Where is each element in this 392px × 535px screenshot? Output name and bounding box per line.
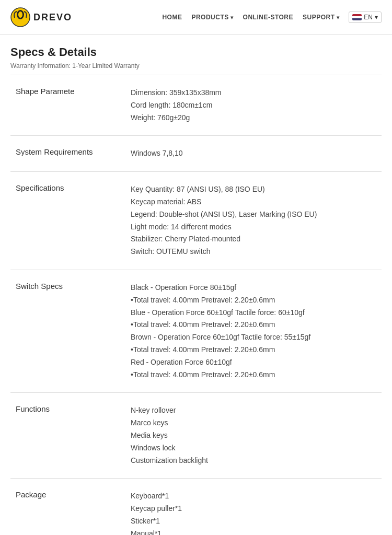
spec-label: System Requirements	[10, 136, 125, 172]
spec-value-line: Blue - Operation Force 60±10gf Tactile f…	[131, 307, 376, 319]
spec-label: Shape Paramete	[10, 75, 125, 136]
spec-row: System RequirementsWindows 7,8,10	[10, 136, 382, 172]
spec-value-line: Marco keys	[131, 417, 376, 429]
spec-value-line: Cord length: 180cm±1cm	[131, 99, 376, 112]
spec-value-line: •Total travel: 4.00mm Pretravel: 2.20±0.…	[131, 344, 376, 356]
site-header: DREVO HOME PRODUCTS ONLINE-STORE SUPPORT…	[0, 0, 392, 35]
spec-value-line: Windows lock	[131, 442, 376, 455]
spec-value-line: Legend: Double-shot (ANSI US), Laser Mar…	[131, 208, 376, 221]
spec-value-line: Dimension: 359x135x38mm	[131, 87, 376, 99]
logo-text: DREVO	[33, 12, 72, 23]
spec-value-line: Brown - Operation Force 60±10gf Tactile …	[131, 331, 376, 344]
spec-value: Windows 7,8,10	[125, 136, 382, 172]
spec-row: SpecificationsKey Quantity: 87 (ANSI US)…	[10, 172, 382, 270]
spec-value: Key Quantity: 87 (ANSI US), 88 (ISO EU)K…	[125, 172, 382, 270]
spec-value: Dimension: 359x135x38mmCord length: 180c…	[125, 75, 382, 136]
spec-value-line: Switch: OUTEMU switch	[131, 246, 376, 258]
nav-products[interactable]: PRODUCTS	[191, 14, 233, 21]
spec-value: Black - Operation Force 80±15gf•Total tr…	[125, 270, 382, 392]
warranty-info: Warranty Information: 1-Year Limited War…	[10, 62, 382, 69]
spec-value-line: •Total travel: 4.00mm Pretravel: 2.20±0.…	[131, 294, 376, 307]
spec-value-line: Sticker*1	[131, 515, 376, 528]
spec-value-line: Key Quantity: 87 (ANSI US), 88 (ISO EU)	[131, 183, 376, 196]
spec-row: Switch SpecsBlack - Operation Force 80±1…	[10, 270, 382, 392]
spec-value-line: Windows 7,8,10	[131, 147, 376, 160]
spec-value-line: Weight: 760g±20g	[131, 112, 376, 124]
spec-label: Functions	[10, 393, 125, 479]
nav-home[interactable]: HOME	[162, 14, 182, 21]
nav-online-store[interactable]: ONLINE-STORE	[243, 14, 293, 21]
spec-value-line: Black - Operation Force 80±15gf	[131, 282, 376, 294]
spec-value-line: Red - Operation Force 60±10gf	[131, 356, 376, 369]
spec-value-line: N-key rollover	[131, 404, 376, 417]
lang-label: EN	[364, 14, 373, 21]
page-content: Specs & Details Warranty Information: 1-…	[0, 35, 392, 535]
spec-row: Shape ParameteDimension: 359x135x38mmCor…	[10, 75, 382, 136]
language-selector[interactable]: EN ▾	[349, 11, 382, 23]
spec-value-line: •Total travel: 4.00mm Pretravel: 2.20±0.…	[131, 319, 376, 331]
spec-label: Specifications	[10, 172, 125, 270]
spec-label: Package	[10, 479, 125, 535]
main-nav: HOME PRODUCTS ONLINE-STORE SUPPORT EN ▾	[162, 11, 382, 23]
spec-label: Switch Specs	[10, 270, 125, 392]
spec-value: N-key rolloverMarco keysMedia keysWindow…	[125, 393, 382, 479]
spec-value-line: •Total travel: 4.00mm Pretravel: 2.20±0.…	[131, 369, 376, 381]
spec-value-line: Light mode: 14 different modes	[131, 221, 376, 234]
spec-value-line: Stabilizer: Cherry Plated-mounted	[131, 233, 376, 246]
specs-table: Shape ParameteDimension: 359x135x38mmCor…	[10, 75, 382, 535]
spec-value-line: Keycap puller*1	[131, 503, 376, 515]
spec-value-line: Media keys	[131, 429, 376, 442]
spec-row: PackageKeyboard*1Keycap puller*1Sticker*…	[10, 479, 382, 535]
nav-support[interactable]: SUPPORT	[303, 14, 339, 21]
flag-icon	[352, 14, 362, 20]
logo[interactable]: DREVO	[10, 7, 72, 27]
spec-row: FunctionsN-key rolloverMarco keysMedia k…	[10, 393, 382, 479]
spec-value-line: Customization backlight	[131, 455, 376, 467]
spec-value-line: Keycap material: ABS	[131, 196, 376, 208]
spec-value: Keyboard*1Keycap puller*1Sticker*1Manual…	[125, 479, 382, 535]
logo-icon	[10, 7, 30, 27]
lang-arrow-icon: ▾	[375, 14, 378, 21]
page-title: Specs & Details	[10, 45, 382, 59]
spec-value-line: Manual*1	[131, 528, 376, 535]
svg-point-2	[18, 11, 22, 18]
spec-value-line: Keyboard*1	[131, 490, 376, 503]
